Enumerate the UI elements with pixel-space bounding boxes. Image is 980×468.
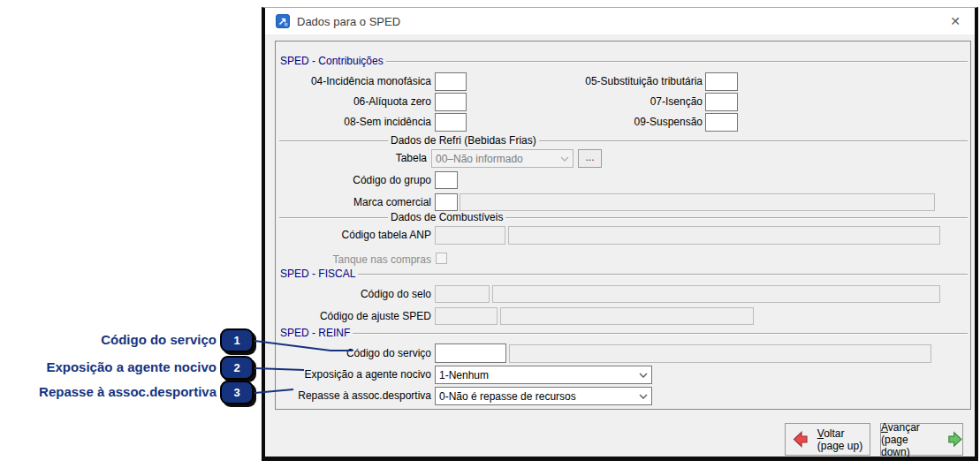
annotation-label-2: Exposição a agente nocivo — [0, 359, 217, 374]
input-codigo-tabela-anp — [435, 226, 505, 245]
label-marca-comercial: Marca comercial — [276, 196, 431, 209]
input-codigo-do-servico-descricao — [509, 344, 931, 363]
input-07-isencao[interactable] — [705, 93, 738, 111]
browse-ellipsis-button[interactable]: ... — [578, 149, 602, 168]
arrow-right-icon — [944, 431, 962, 448]
chevron-down-icon — [557, 156, 573, 162]
chevron-down-icon — [635, 394, 651, 399]
arrow-left-icon — [793, 431, 812, 448]
screenshot-canvas: Dados para o SPED ✕ SPED - Contribuições… — [0, 0, 980, 468]
input-codigo-do-selo-descricao — [492, 285, 940, 303]
label-codigo-do-servico: Código do serviço — [276, 347, 431, 360]
label-07-isencao: 07-Isenção — [538, 95, 703, 109]
tabela-dropdown-value: 00–Não informado — [436, 153, 557, 165]
label-06-aliquota-zero: 06-Alíquota zero — [276, 95, 431, 109]
tanque-nas-compras-checkbox — [436, 253, 447, 264]
repasse-assoc-desportiva-dropdown[interactable]: 0-Não é repasse de recursos — [435, 387, 652, 405]
section-title-reinf: SPED - REINF — [277, 327, 353, 339]
label-tabela: Tabela — [276, 152, 427, 165]
avancar-button[interactable]: Avançar (page down) — [880, 423, 963, 456]
label-08-sem-incidencia: 08-Sem incidência — [276, 116, 431, 129]
input-marca-comercial-descricao — [460, 193, 935, 211]
input-08-sem-incidencia[interactable] — [435, 113, 467, 132]
label-codigo-do-grupo: Código do grupo — [276, 174, 431, 187]
label-05-substituicao-tributaria: 05-Substituição tributária — [538, 75, 703, 88]
form-panel: SPED - Contribuições 04-Incidência monof… — [275, 41, 971, 410]
dialog-title: Dados para o SPED — [297, 15, 400, 28]
annotation-label-1: Código do serviço — [0, 332, 217, 347]
input-09-suspensao[interactable] — [705, 113, 738, 132]
label-codigo-do-selo: Código do selo — [276, 288, 431, 301]
input-05-substituicao-tributaria[interactable] — [705, 72, 738, 91]
input-04-incidencia-monofasica[interactable] — [435, 72, 467, 91]
label-09-suspensao: 09-Suspensão — [538, 116, 703, 129]
close-icon[interactable]: ✕ — [941, 8, 969, 34]
section-divider — [279, 274, 968, 275]
label-04-incidencia-monofasica: 04-Incidência monofásica — [276, 75, 431, 88]
input-codigo-de-ajuste-sped — [435, 307, 498, 325]
sped-dialog: Dados para o SPED ✕ SPED - Contribuições… — [262, 7, 978, 461]
input-06-aliquota-zero[interactable] — [435, 93, 467, 111]
label-tanque-nas-compras: Tanque nas compras — [276, 253, 431, 267]
label-exposicao-agente-nocivo: Exposição a agente nocivo — [276, 368, 431, 381]
voltar-button[interactable]: Voltar (page up) — [785, 423, 870, 456]
section-divider — [279, 140, 968, 141]
input-marca-comercial-codigo[interactable] — [435, 193, 458, 211]
app-icon — [276, 14, 290, 28]
section-title-refri: Dados de Refri (Bebidas Frias) — [388, 134, 539, 147]
input-codigo-do-grupo[interactable] — [435, 171, 458, 189]
annotation-badge-3: 3 — [220, 381, 254, 404]
label-repasse-assoc-desportiva: Repasse à assoc.desportiva — [276, 389, 431, 403]
repasse-dropdown-value: 0-Não é repasse de recursos — [439, 390, 635, 403]
tabela-dropdown: 00–Não informado — [431, 149, 574, 168]
avancar-button-label: Avançar — [881, 421, 938, 434]
section-title-combustiveis: Dados de Combustíveis — [388, 211, 505, 223]
section-title-fiscal: SPED - FISCAL — [277, 268, 358, 280]
annotation-label-3: Repasse à assoc.desportiva — [0, 384, 217, 399]
section-divider — [279, 217, 968, 218]
section-title-contribuicoes: SPED - Contribuições — [277, 55, 386, 67]
section-divider — [279, 333, 968, 334]
label-codigo-tabela-anp: Código tabela ANP — [276, 229, 431, 242]
voltar-button-label: Voltar — [817, 427, 862, 440]
voltar-button-sublabel: (page up) — [817, 440, 862, 452]
exposicao-agente-nocivo-dropdown[interactable]: 1-Nenhum — [435, 366, 652, 384]
avancar-button-sublabel: (page down) — [881, 434, 938, 458]
annotation-badge-1: 1 — [220, 328, 254, 352]
chevron-down-icon — [635, 373, 651, 378]
annotation-badge-2: 2 — [220, 356, 254, 380]
input-codigo-do-selo — [435, 285, 490, 303]
title-bar[interactable]: Dados para o SPED ✕ — [265, 8, 975, 34]
exposicao-dropdown-value: 1-Nenhum — [439, 369, 635, 381]
input-codigo-do-servico[interactable] — [435, 343, 506, 363]
label-codigo-de-ajuste-sped: Código de ajuste SPED — [276, 310, 431, 323]
input-codigo-tabela-anp-descricao — [508, 226, 940, 245]
input-codigo-de-ajuste-sped-descricao — [500, 307, 754, 325]
